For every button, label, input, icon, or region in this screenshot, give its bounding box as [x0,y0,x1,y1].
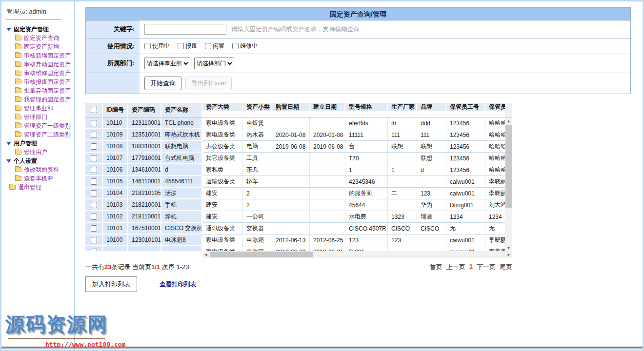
sidebar-section-固定资产管理[interactable]: 固定资产管理 [6,25,74,34]
row-checkbox[interactable] [91,120,97,126]
usage-checkbox-使用中[interactable] [144,43,151,49]
row-checkbox[interactable] [91,155,97,161]
horizontal-scrollbar-track[interactable] [209,251,505,258]
cell-model: 45644 [345,199,388,211]
column-header-ID编号[interactable]: ID编号 [103,103,128,117]
sidebar-section-个人设置[interactable]: 个人设置 [6,156,74,165]
folder-icon [15,97,21,102]
vertical-scrollbar-thumb[interactable] [505,125,512,208]
cell-code: 218210001 [128,199,161,211]
row-checkbox[interactable] [91,237,97,243]
department-select[interactable]: 请选择部门 [194,58,234,69]
sidebar-item-审核维修固定资产[interactable]: 审核维修固定资产 [6,69,74,78]
horizontal-scrollbar[interactable]: ◄ ► [202,251,512,258]
column-header-资产编码[interactable]: 资产编码 [128,103,161,117]
actions-label-spacer [86,73,140,94]
cell-buy_date [272,223,310,234]
sidebar-item-固定资产新增[interactable]: 固定资产新增 [6,42,74,51]
table-header-scroll-viewport: 资产大类资产小类购置日期建立日期型号规格生产厂家品牌保管员工号保管员姓名 [202,103,505,117]
usage-checkbox-闲置[interactable] [205,43,211,49]
sidebar-item-审核新增固定资产[interactable]: 审核新增固定资产 [6,51,74,60]
cell-subcat: 电脑 [243,141,272,153]
row-checkbox[interactable] [91,202,97,208]
row-checkbox[interactable] [91,225,97,232]
table-row-fixed [85,246,202,251]
sidebar-item-管理资产一级类别[interactable]: 管理资产一级类别 [6,121,74,130]
select-all-checkbox[interactable] [91,107,97,113]
column-header-建立日期[interactable]: 建立日期 [310,103,345,111]
usage-option-报废[interactable]: 报废 [178,42,197,50]
column-header-生产厂家[interactable]: 生产厂家 [388,103,417,111]
cell-brand [417,234,446,246]
sidebar-item-批量异动固定资产[interactable]: 批量异动固定资产 [6,86,74,95]
row-checkbox[interactable] [91,143,97,150]
sidebar-item-退出管理[interactable]: 退出管理 [6,183,74,192]
row-checkbox[interactable] [91,167,97,173]
sidebar-section-用户管理[interactable]: 用户管理 [6,139,74,148]
sidebar-item-审核报废固定资产[interactable]: 审核报废固定资产 [6,78,74,86]
sidebar-divider [6,20,61,20]
horizontal-scrollbar-thumb[interactable] [210,252,313,257]
usage-option-闲置[interactable]: 闲置 [205,42,224,50]
cell-create_date [310,117,345,129]
scroll-up-arrow-icon[interactable]: ▲ [505,117,512,124]
cell-cat: 运输设备类 [202,176,243,188]
record-count: 一共有23条记录 当前页1/1 次序 1-23 [85,263,189,272]
sidebar-item-审核异动固定资产[interactable]: 审核异动固定资产 [6,60,74,69]
usage-option-维修中[interactable]: 维修中 [232,42,258,50]
query-panel: 固定资产查询/管理 关键字: 请输入固定资产编码或资产名称，支持模糊查询 使用情… [85,7,631,94]
table-row-fixed: 10101167510001CISCO 交换机 [85,223,202,234]
column-header-资产名称[interactable]: 资产名称 [161,103,202,117]
pagination-上一页[interactable]: 上一页 [446,263,465,272]
row-checkbox[interactable] [91,178,97,185]
cell-buy_date: 2012-06-13 [272,234,310,246]
row-checkbox[interactable] [91,249,97,252]
usage-checkbox-维修中[interactable] [232,43,239,49]
sidebar-item-管理资产二级类别[interactable]: 管理资产二级类别 [6,130,74,139]
row-checkbox[interactable] [91,190,97,196]
usage-checkbox-报废[interactable] [178,43,184,49]
add-to-print-list-button[interactable]: 加入打印列表 [85,276,137,292]
sidebar-item-查看本机IP[interactable]: 查看本机IP [6,174,74,183]
column-header-购置日期[interactable]: 购置日期 [272,103,310,111]
sidebar-item-管理用户[interactable]: 管理用户 [6,148,74,156]
row-checkbox[interactable] [91,132,97,138]
cell-subcat: 轿车 [243,176,272,188]
scroll-right-arrow-icon[interactable]: ► [505,251,512,258]
cell-subcat: 一公司 [243,211,272,223]
cell-keeper_id: 123456 [446,164,485,176]
column-header-品牌[interactable]: 品牌 [417,103,446,111]
pagination-current-page[interactable]: 1 [469,263,473,272]
pagination-首页[interactable]: 首页 [430,263,443,272]
pagination-下一页[interactable]: 下一页 [477,263,496,272]
search-button[interactable]: 开始查询 [144,77,181,90]
scroll-left-arrow-icon[interactable]: ◄ [202,251,209,258]
sidebar-item-管理事业部[interactable]: 管理事业部 [6,104,74,113]
vertical-scrollbar[interactable]: ▲ ▼ [505,117,512,251]
folder-icon [15,106,21,111]
view-print-list-link[interactable]: 查看打印列表 [160,280,196,289]
sidebar-item-我管理的固定资产[interactable]: 我管理的固定资产 [6,95,74,104]
pagination-尾页[interactable]: 尾页 [500,263,512,272]
watermark-title: 源码资源网 [5,311,108,338]
keyword-input[interactable] [144,24,226,35]
sidebar-item-管理部门[interactable]: 管理部门 [6,113,74,121]
usage-option-使用中[interactable]: 使用中 [144,42,170,50]
row-checkbox-cell [85,188,103,199]
business-unit-select[interactable]: 请选择事业部 [144,58,190,69]
usage-option-label: 闲置 [213,42,224,50]
column-header-资产小类[interactable]: 资产小类 [243,103,272,111]
cell-create_date: 2012-06-25 [310,234,345,246]
column-header-资产大类[interactable]: 资产大类 [202,103,243,111]
row-checkbox[interactable] [91,214,97,220]
sidebar-item-修改我的资料[interactable]: 修改我的资料 [6,165,74,174]
sidebar-tree: 固定资产管理固定资产查询固定资产新增审核新增固定资产审核异动固定资产审核维修固定… [6,25,74,192]
column-header-型号规格[interactable]: 型号规格 [345,103,388,111]
sidebar-item-固定资产查询[interactable]: 固定资产查询 [6,34,74,42]
cell-buy_date [272,164,310,176]
column-header-保管员姓名[interactable]: 保管员姓名 [485,103,505,111]
scroll-down-arrow-icon[interactable]: ▼ [505,244,512,251]
column-header-保管员工号[interactable]: 保管员工号 [446,103,485,111]
cell-create_date [310,211,345,223]
cell-keeper_name: 无 [485,223,505,234]
